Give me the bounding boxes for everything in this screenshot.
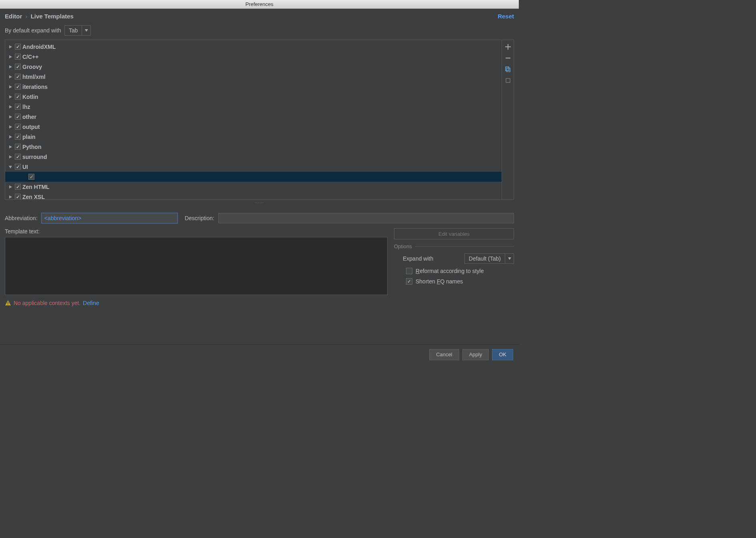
group-checkbox[interactable] [15, 64, 21, 70]
group-checkbox[interactable] [15, 154, 21, 160]
cancel-button[interactable]: Cancel [429, 349, 459, 360]
group-checkbox[interactable] [15, 84, 21, 90]
group-checkbox[interactable] [15, 114, 21, 120]
template-text-input[interactable] [5, 237, 388, 295]
description-label: Description: [185, 215, 214, 221]
tree-group-label: Kotlin [22, 94, 38, 100]
shorten-checkbox[interactable] [406, 278, 412, 285]
tree-group-lhz[interactable]: lhz [5, 102, 502, 112]
templates-tree-area: AndroidXMLC/C++Groovyhtml/xmliterationsK… [5, 40, 514, 200]
chevron-down-icon [505, 254, 514, 263]
tree-group-plain[interactable]: plain [5, 132, 502, 142]
reformat-checkbox[interactable] [406, 268, 412, 274]
breadcrumb-parent[interactable]: Editor [5, 13, 22, 20]
reset-link[interactable]: Reset [498, 13, 514, 20]
group-checkbox[interactable] [15, 164, 21, 170]
tree-template-item[interactable] [5, 172, 502, 182]
svg-rect-5 [8, 304, 8, 305]
tree-group-label: Groovy [22, 64, 42, 70]
tree-group-html-xml[interactable]: html/xml [5, 72, 502, 82]
expand-arrow-icon[interactable] [8, 134, 13, 140]
expand-arrow-icon[interactable] [8, 144, 13, 150]
breadcrumb-separator: › [26, 13, 28, 20]
group-checkbox[interactable] [15, 74, 21, 80]
description-input[interactable] [218, 213, 514, 223]
expand-arrow-icon[interactable] [8, 154, 13, 160]
tree-group-label: other [22, 114, 36, 120]
edit-variables-button[interactable]: Edit variables [394, 228, 514, 239]
ok-button[interactable]: OK [492, 349, 513, 360]
expand-arrow-icon[interactable] [8, 94, 13, 100]
templates-tree[interactable]: AndroidXMLC/C++Groovyhtml/xmliterationsK… [5, 40, 502, 199]
group-checkbox[interactable] [15, 124, 21, 130]
tree-group-output[interactable]: output [5, 122, 502, 132]
svg-rect-2 [507, 68, 510, 72]
header-row: Editor › Live Templates Reset [5, 13, 514, 20]
expand-arrow-icon[interactable] [8, 194, 13, 200]
options-col: Edit variables Options Expand with Defau… [394, 228, 514, 306]
group-checkbox[interactable] [15, 44, 21, 50]
template-text-col: Template text: No applicable contexts ye… [5, 228, 388, 306]
expand-arrow-icon[interactable] [8, 84, 13, 90]
tree-group-label: output [22, 124, 40, 130]
expand-arrow-icon[interactable] [8, 44, 13, 50]
group-checkbox[interactable] [28, 174, 34, 180]
dialog-footer: Cancel Apply OK [0, 344, 519, 364]
expand-arrow-icon[interactable] [8, 114, 13, 120]
expand-arrow-icon[interactable] [8, 74, 13, 80]
svg-rect-1 [506, 67, 509, 71]
group-checkbox[interactable] [15, 94, 21, 100]
tree-group-zen-html[interactable]: Zen HTML [5, 182, 502, 192]
options-header-label: Options [394, 243, 412, 249]
tree-group-label: Python [22, 144, 41, 150]
copy-button[interactable] [504, 66, 512, 73]
group-checkbox[interactable] [15, 144, 21, 150]
default-expand-combo[interactable]: Tab [64, 25, 91, 36]
context-warning-text: No applicable contexts yet. [14, 300, 80, 306]
template-form: Abbreviation: Description: Template text… [5, 213, 514, 306]
expand-arrow-icon[interactable] [8, 184, 13, 190]
expand-arrow-icon[interactable] [8, 104, 13, 110]
tree-group-label: Zen XSL [22, 194, 45, 200]
tree-group-ui[interactable]: UI [5, 162, 502, 172]
tree-group-androidxml[interactable]: AndroidXML [5, 42, 502, 52]
group-checkbox[interactable] [15, 54, 21, 60]
group-checkbox[interactable] [15, 104, 21, 110]
svg-rect-0 [506, 58, 510, 58]
tree-group-groovy[interactable]: Groovy [5, 62, 502, 72]
tree-group-label: C/C++ [22, 54, 38, 60]
tree-group-label: UI [22, 164, 28, 170]
settings-button[interactable] [504, 77, 512, 84]
abbreviation-input[interactable] [42, 213, 178, 223]
tree-group-other[interactable]: other [5, 112, 502, 122]
lower-columns: Template text: No applicable contexts ye… [5, 228, 514, 306]
group-checkbox[interactable] [15, 134, 21, 140]
window-title: Preferences [245, 1, 273, 7]
tree-group-python[interactable]: Python [5, 142, 502, 152]
default-expand-row: By default expand with Tab [5, 25, 514, 36]
tree-group-label: Zen HTML [22, 184, 50, 190]
tree-group-c-c-[interactable]: C/C++ [5, 52, 502, 62]
group-checkbox[interactable] [15, 184, 21, 190]
tree-group-iterations[interactable]: iterations [5, 82, 502, 92]
define-context-link[interactable]: Define [83, 300, 99, 306]
apply-button[interactable]: Apply [462, 349, 489, 360]
breadcrumb-current: Live Templates [31, 13, 74, 20]
group-checkbox[interactable] [15, 194, 21, 199]
default-expand-value: Tab [65, 27, 82, 34]
resize-grip[interactable]: ⋯⋯ [5, 200, 514, 206]
shorten-row: Shorten FQ names [394, 278, 514, 285]
tree-group-kotlin[interactable]: Kotlin [5, 92, 502, 102]
tree-group-surround[interactable]: surround [5, 152, 502, 162]
expand-arrow-icon[interactable] [8, 64, 13, 70]
expand-with-row: Expand with Default (Tab) [394, 253, 514, 264]
options-header-line [415, 246, 514, 247]
tree-group-label: lhz [22, 104, 30, 110]
expand-arrow-icon[interactable] [8, 124, 13, 130]
remove-button[interactable] [504, 54, 512, 62]
expand-with-combo[interactable]: Default (Tab) [464, 253, 514, 264]
expand-arrow-icon[interactable] [8, 54, 13, 60]
expand-arrow-icon[interactable] [8, 164, 13, 170]
add-button[interactable] [504, 43, 512, 50]
tree-group-zen-xsl[interactable]: Zen XSL [5, 192, 502, 199]
